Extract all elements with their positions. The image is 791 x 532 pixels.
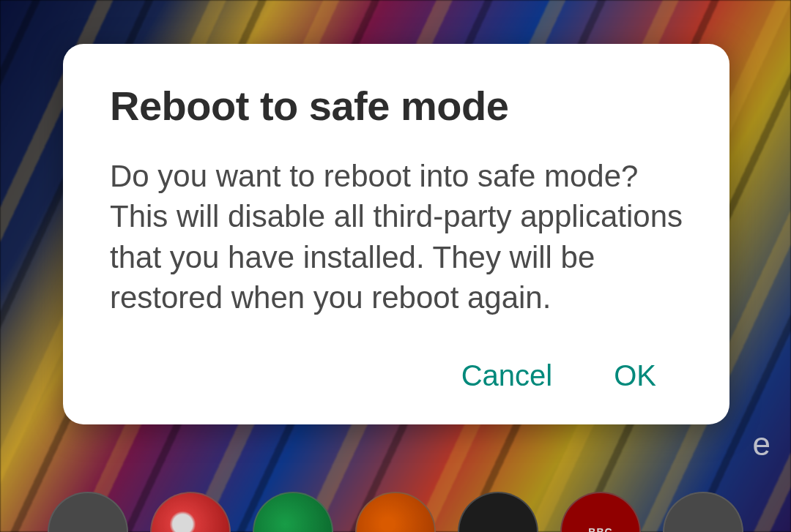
reboot-safe-mode-dialog: Reboot to safe mode Do you want to reboo… (63, 44, 729, 424)
dialog-actions: Cancel OK (110, 353, 683, 398)
ok-button[interactable]: OK (605, 353, 665, 398)
dialog-message: Do you want to reboot into safe mode? Th… (110, 156, 683, 318)
dialog-title: Reboot to safe mode (110, 82, 683, 130)
cancel-button[interactable]: Cancel (453, 353, 562, 398)
